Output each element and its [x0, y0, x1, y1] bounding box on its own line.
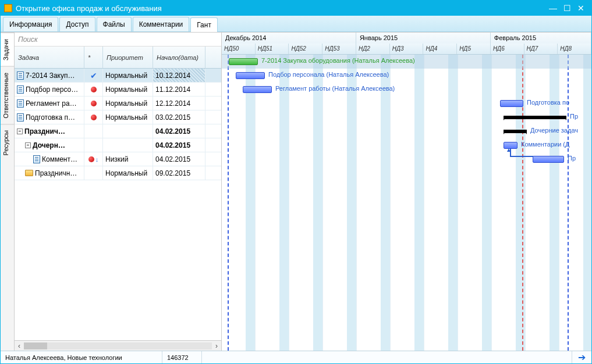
- date-cell: 04.02.2015: [153, 152, 205, 166]
- gantt-row[interactable]: Подбор персонала (Наталья Алексеева): [222, 69, 591, 83]
- priority-cell: [103, 138, 153, 152]
- gantt-week: НД6: [491, 44, 524, 55]
- gantt-month: Февраль 2015: [491, 33, 591, 44]
- gantt-week: НД5: [457, 44, 491, 55]
- gantt-row[interactable]: Пр: [222, 110, 591, 124]
- gantt-bar[interactable]: [533, 156, 564, 163]
- gantt-bar[interactable]: [500, 100, 523, 107]
- date-cell: 09.02.2015: [153, 166, 205, 180]
- task-name: Регламент ра…: [26, 99, 77, 108]
- priority-cell: Нормальный: [103, 83, 153, 96]
- table-row[interactable]: −Празднич…04.02.2015: [15, 124, 221, 138]
- gantt-bar-label: Подготовка по: [527, 99, 569, 106]
- gantt-bar[interactable]: [504, 130, 527, 133]
- status-dot-icon: [91, 115, 97, 120]
- table-row[interactable]: −Дочерн…04.02.2015: [15, 138, 221, 152]
- minimize-button[interactable]: —: [546, 3, 560, 13]
- date-cell: 10.12.2014: [153, 69, 205, 82]
- status-dot-icon: [91, 101, 97, 106]
- tab-2[interactable]: Файлы: [97, 17, 132, 31]
- gantt-bar-label: 7-2014 Закупка оборудования (Наталья Але…: [261, 57, 415, 64]
- gantt-bar-label: Регламент работы (Наталья Алексеева): [275, 85, 395, 92]
- status-number: 146372: [162, 351, 202, 363]
- date-cell: 03.02.2015: [153, 110, 205, 124]
- tree-toggle-icon[interactable]: −: [17, 129, 23, 134]
- col-star[interactable]: *: [84, 47, 103, 68]
- priority-cell: Низкий: [103, 152, 153, 166]
- col-priority[interactable]: Приоритет: [103, 47, 153, 68]
- gantt-row[interactable]: Подготовка по: [222, 97, 591, 110]
- gantt-week: НД2: [356, 44, 390, 55]
- gantt-month: Январь 2015: [356, 33, 491, 44]
- document-icon: [17, 72, 24, 80]
- priority-cell: Нормальный: [103, 166, 153, 180]
- gantt-chart: Декабрь 2014Январь 2015Февраль 2015 НД50…: [222, 33, 591, 351]
- gantt-bar-label: Пр: [568, 155, 576, 162]
- task-name: Подбор персо…: [26, 85, 78, 94]
- main-tabs: ИнформацияДоступФайлыКомментарииГант: [1, 16, 591, 32]
- sidetab-2[interactable]: Ресурсы: [1, 124, 14, 161]
- gantt-bar[interactable]: [236, 72, 265, 79]
- status-dot-icon: [91, 87, 97, 92]
- table-row[interactable]: Подбор персо…Нормальный11.12.2014: [15, 83, 221, 97]
- scroll-left-icon[interactable]: ‹: [15, 342, 24, 350]
- gantt-bar[interactable]: [504, 116, 566, 119]
- gantt-bar-label: Комментарии (Д: [521, 141, 569, 148]
- gantt-bar-label: Пр: [570, 113, 578, 120]
- tab-3[interactable]: Комментарии: [133, 17, 190, 31]
- gantt-row[interactable]: Комментарии (Д: [222, 138, 591, 152]
- document-icon: [17, 113, 24, 122]
- gantt-row[interactable]: Дочерние задач: [222, 124, 591, 138]
- tab-1[interactable]: Доступ: [59, 17, 95, 31]
- sidetab-1[interactable]: Ответственные: [1, 66, 14, 124]
- gantt-bar[interactable]: [243, 86, 272, 93]
- date-cell: 04.02.2015: [153, 124, 205, 138]
- document-icon: [17, 85, 24, 94]
- gantt-bar-label: Дочерние задач: [530, 127, 578, 134]
- arrow-down-icon: ↓: [95, 156, 99, 163]
- date-cell: 04.02.2015: [153, 138, 205, 152]
- sidetab-0[interactable]: Задачи: [1, 33, 14, 66]
- gantt-bar[interactable]: [229, 58, 258, 65]
- tab-0[interactable]: Информация: [3, 17, 58, 31]
- grid-header: Задача * Приоритет Начало(дата): [15, 47, 221, 69]
- gantt-week: НД4: [423, 44, 457, 55]
- check-icon: ✔: [90, 71, 97, 80]
- task-name: Празднич…: [24, 127, 65, 135]
- gantt-row[interactable]: Пр: [222, 152, 591, 166]
- gantt-month: Декабрь 2014: [222, 33, 356, 44]
- side-tabs: ЗадачиОтветственныеРесурсы: [1, 33, 15, 351]
- titlebar: Открытие офиса продаж и обслуживания — ☐…: [1, 1, 591, 16]
- col-task[interactable]: Задача: [15, 47, 84, 68]
- table-row[interactable]: Регламент ра…Нормальный12.12.2014: [15, 97, 221, 110]
- task-name: 7-2014 Закуп…: [26, 72, 75, 80]
- search-input[interactable]: Поиск: [15, 33, 221, 47]
- date-cell: 12.12.2014: [153, 97, 205, 110]
- close-button[interactable]: ✕: [574, 3, 588, 13]
- date-cell: 11.12.2014: [153, 83, 205, 96]
- status-dot-icon: [88, 156, 94, 162]
- next-arrow-icon[interactable]: ➔: [572, 352, 591, 363]
- task-grid-pane: Поиск Задача * Приоритет Начало(дата) 7-…: [15, 33, 222, 351]
- gantt-row[interactable]: 7-2014 Закупка оборудования (Наталья Але…: [222, 55, 591, 69]
- document-icon: [33, 155, 40, 163]
- tree-toggle-icon[interactable]: −: [25, 142, 31, 148]
- document-icon: [17, 99, 24, 108]
- col-start-date[interactable]: Начало(дата): [153, 47, 205, 68]
- table-row[interactable]: Праздничн…Нормальный09.02.2015: [15, 166, 221, 180]
- gantt-row[interactable]: Регламент работы (Наталья Алексеева): [222, 83, 591, 97]
- priority-cell: [103, 124, 153, 138]
- gantt-week: НД3: [390, 44, 424, 55]
- scroll-right-icon[interactable]: ›: [212, 342, 221, 350]
- task-name: Подготовка п…: [26, 113, 75, 122]
- table-row[interactable]: Коммент…↓Низкий04.02.2015: [15, 152, 221, 166]
- task-name: Коммент…: [42, 155, 77, 163]
- table-row[interactable]: 7-2014 Закуп…✔Нормальный10.12.2014: [15, 69, 221, 83]
- grid-hscroll[interactable]: ‹ ›: [15, 340, 221, 351]
- maximize-button[interactable]: ☐: [560, 3, 574, 13]
- gantt-week: НД50: [222, 44, 256, 55]
- priority-cell: Нормальный: [103, 110, 153, 124]
- task-name: Праздничн…: [35, 169, 77, 177]
- table-row[interactable]: Подготовка п…Нормальный03.02.2015: [15, 110, 221, 124]
- tab-4[interactable]: Гант: [190, 17, 218, 32]
